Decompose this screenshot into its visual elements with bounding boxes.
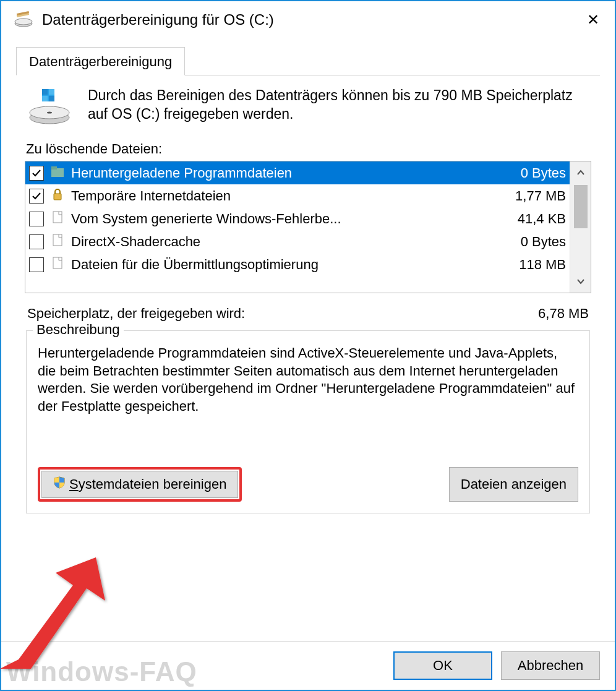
dialog-footer: OK Abbrechen [1,641,615,690]
scroll-thumb[interactable] [574,185,588,228]
list-item-size: 0 Bytes [521,165,566,181]
svg-rect-16 [53,234,62,246]
scrollbar[interactable] [570,161,591,293]
checkbox[interactable] [29,234,44,249]
folder-icon [50,164,66,182]
list-item-label: DirectX-Shadercache [71,234,515,250]
file-icon [50,255,66,274]
list-item[interactable]: Vom System generierte Windows-Fehlerbe..… [25,207,570,230]
svg-point-6 [47,112,52,114]
free-space-label: Speicherplatz, der freigegeben wird: [27,306,538,322]
file-icon [50,233,66,251]
shield-icon [53,476,66,492]
lock-icon [50,187,66,205]
svg-rect-12 [51,168,64,177]
file-icon [50,210,66,228]
disk-cleanup-icon [14,11,33,28]
svg-rect-10 [42,96,48,101]
disk-cleanup-window: Datenträgerbereinigung für OS (C:) ✕ Dat… [0,0,616,691]
description-text: Heruntergeladende Programmdateien sind A… [38,345,578,450]
list-item-size: 0 Bytes [521,234,566,250]
checkbox[interactable] [29,212,44,226]
clean-system-files-button[interactable]: Systemdateien bereinigen [41,471,238,498]
close-icon[interactable]: ✕ [581,11,605,28]
checkbox[interactable] [29,166,44,181]
list-item-label: Vom System generierte Windows-Fehlerbe..… [71,211,511,227]
view-files-button[interactable]: Dateien anzeigen [449,467,578,502]
description-title: Beschreibung [33,322,124,338]
checkbox[interactable] [29,189,44,204]
list-item-size: 118 MB [519,257,566,273]
list-item-label: Dateien für die Übermittlungsoptimierung [71,257,513,273]
cancel-button[interactable]: Abbrechen [501,651,600,680]
svg-rect-13 [51,166,57,170]
tab-disk-cleanup[interactable]: Datenträgerbereinigung [16,47,185,75]
svg-rect-15 [53,212,62,223]
ok-button[interactable]: OK [393,651,492,680]
scroll-down-icon[interactable] [570,270,591,293]
list-item[interactable]: Heruntergeladene Programmdateien0 Bytes [25,161,570,184]
svg-rect-14 [54,194,61,200]
svg-point-1 [15,19,32,25]
free-space-value: 6,78 MB [538,306,589,322]
files-listbox[interactable]: Heruntergeladene Programmdateien0 BytesT… [25,161,591,293]
svg-rect-8 [42,89,48,95]
files-to-delete-label: Zu löschende Dateien: [26,141,591,157]
scroll-up-icon[interactable] [570,161,591,184]
list-item-label: Heruntergeladene Programmdateien [71,165,515,181]
clean-system-files-label: Systemdateien bereinigen [69,476,226,492]
svg-rect-17 [53,257,62,268]
tab-strip: Datenträgerbereinigung [16,47,600,75]
annotation-highlight: Systemdateien bereinigen [38,467,242,502]
disk-drive-icon [27,87,72,126]
svg-rect-11 [49,96,54,101]
list-item-size: 1,77 MB [515,188,566,204]
window-title: Datenträgerbereinigung für OS (C:) [42,11,274,28]
description-groupbox: Beschreibung Heruntergeladende Programmd… [26,330,590,513]
list-item[interactable]: Temporäre Internetdateien1,77 MB [25,184,570,207]
intro-text: Durch das Bereinigen des Datenträgers kö… [88,87,591,124]
svg-rect-9 [49,89,54,95]
titlebar: Datenträgerbereinigung für OS (C:) ✕ [1,1,615,38]
list-item[interactable]: DirectX-Shadercache0 Bytes [25,230,570,253]
checkbox[interactable] [29,257,44,272]
list-item[interactable]: Dateien für die Übermittlungsoptimierung… [25,253,570,276]
list-item-label: Temporäre Internetdateien [71,188,509,204]
list-item-size: 41,4 KB [518,211,566,227]
